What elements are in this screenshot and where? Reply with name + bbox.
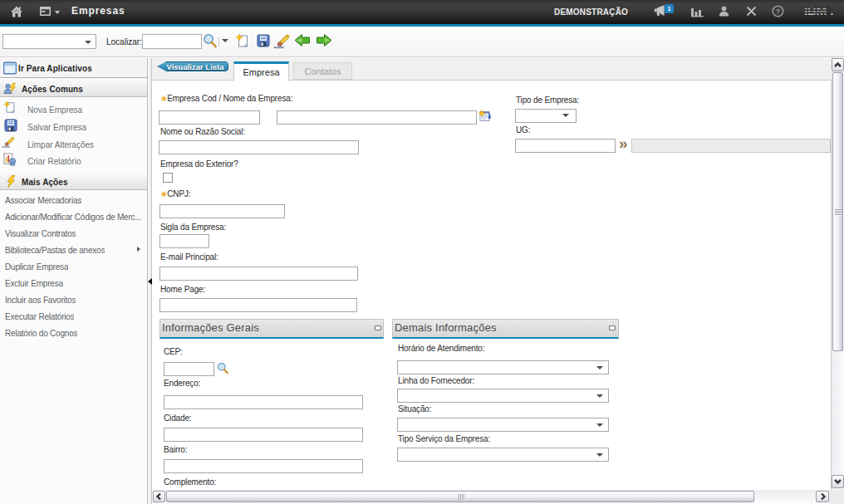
svg-text:?: ? xyxy=(776,7,781,16)
